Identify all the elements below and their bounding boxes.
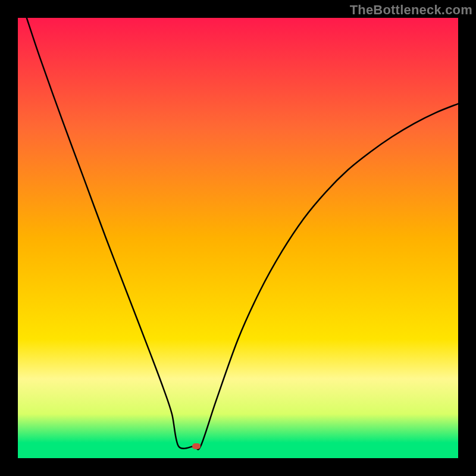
chart-frame: TheBottleneck.com [0, 0, 476, 476]
watermark-text: TheBottleneck.com [350, 2, 472, 18]
plot-area [18, 18, 458, 458]
optimal-marker [192, 443, 201, 449]
bottleneck-curve [18, 18, 458, 458]
